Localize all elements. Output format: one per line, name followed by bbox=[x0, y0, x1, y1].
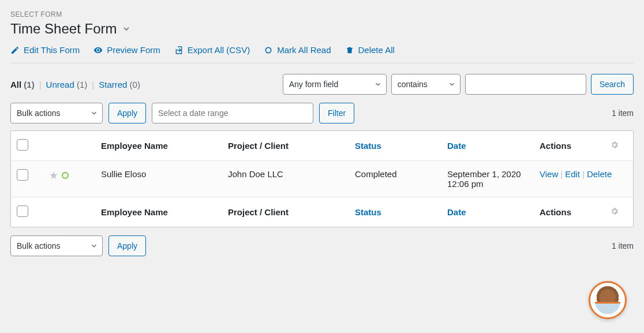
subsub-nav: All (1) | Unread (1) | Starred (0) bbox=[10, 80, 140, 89]
mark-all-read-label: Mark All Read bbox=[277, 45, 331, 55]
view-link[interactable]: View bbox=[540, 169, 558, 179]
trash-icon bbox=[345, 46, 354, 55]
col-status[interactable]: Status bbox=[355, 207, 447, 217]
subsub-unread[interactable]: Unread (1) bbox=[46, 80, 88, 89]
chevron-down-icon bbox=[122, 24, 131, 33]
export-all-link[interactable]: Export All (CSV) bbox=[174, 45, 250, 55]
preview-form-link[interactable]: Preview Form bbox=[93, 45, 160, 55]
row-actions: View|Edit|Delete bbox=[540, 169, 612, 179]
form-title-dropdown[interactable]: Time Sheet Form bbox=[10, 21, 634, 37]
gear-icon[interactable] bbox=[610, 140, 627, 151]
delete-link[interactable]: Delete bbox=[587, 169, 612, 179]
select-all-checkbox-bottom[interactable] bbox=[17, 205, 28, 217]
apply-button-top[interactable]: Apply bbox=[108, 103, 146, 124]
date-range-input[interactable] bbox=[152, 103, 313, 124]
entries-table: Employee Name Project / Client Status Da… bbox=[10, 130, 634, 227]
row-checkbox[interactable] bbox=[17, 169, 28, 181]
field-select[interactable]: Any form field bbox=[283, 74, 387, 95]
item-count-top: 1 item bbox=[612, 108, 634, 118]
gear-icon[interactable] bbox=[610, 207, 627, 218]
filter-row-1: All (1) | Unread (1) | Starred (0) Any f… bbox=[10, 74, 634, 95]
filter-button[interactable]: Filter bbox=[319, 103, 354, 124]
star-icon[interactable]: ★ bbox=[49, 169, 58, 182]
table-footer: Employee Name Project / Client Status Da… bbox=[11, 197, 633, 227]
edit-form-link[interactable]: Edit This Form bbox=[10, 45, 80, 55]
select-form-label: SELECT FORM bbox=[10, 10, 634, 18]
col-actions: Actions bbox=[540, 141, 610, 151]
mark-all-read-link[interactable]: Mark All Read bbox=[264, 45, 331, 55]
col-date[interactable]: Date bbox=[447, 207, 540, 217]
export-all-label: Export All (CSV) bbox=[188, 45, 250, 55]
row-indicators: ★ bbox=[49, 169, 101, 182]
eye-icon bbox=[93, 46, 103, 55]
export-icon bbox=[174, 46, 184, 55]
operator-select[interactable]: contains bbox=[391, 74, 460, 95]
form-actions-bar: Edit This Form Preview Form Export All (… bbox=[10, 45, 634, 63]
search-value-input[interactable] bbox=[465, 74, 586, 95]
circle-icon bbox=[264, 46, 273, 55]
bulk-row-bottom: Bulk actions Apply 1 item bbox=[10, 235, 634, 256]
cell-date: September 1, 2020 12:06 pm bbox=[447, 169, 540, 189]
col-date[interactable]: Date bbox=[447, 141, 540, 151]
col-project: Project / Client bbox=[228, 141, 355, 151]
edit-form-label: Edit This Form bbox=[24, 45, 80, 55]
item-count-bottom: 1 item bbox=[612, 241, 634, 250]
svg-point-0 bbox=[265, 47, 271, 53]
delete-all-label: Delete All bbox=[358, 45, 395, 55]
col-employee: Employee Name bbox=[101, 207, 228, 217]
delete-all-link[interactable]: Delete All bbox=[345, 45, 395, 55]
apply-button-bottom[interactable]: Apply bbox=[108, 235, 146, 256]
cell-status: Completed bbox=[355, 169, 447, 179]
filter-row-2: Bulk actions Apply Filter 1 item bbox=[10, 103, 634, 124]
col-status[interactable]: Status bbox=[355, 141, 447, 151]
select-all-checkbox[interactable] bbox=[17, 139, 28, 151]
subsub-starred[interactable]: Starred (0) bbox=[99, 80, 140, 89]
search-button[interactable]: Search bbox=[591, 74, 634, 95]
col-project: Project / Client bbox=[228, 207, 355, 217]
page-title: Time Sheet Form bbox=[10, 21, 117, 37]
cell-project: John Doe LLC bbox=[228, 169, 355, 179]
cell-employee: Sullie Eloso bbox=[101, 169, 228, 179]
col-employee: Employee Name bbox=[101, 141, 228, 151]
bulk-actions-bottom[interactable]: Bulk actions bbox=[10, 235, 103, 256]
preview-form-label: Preview Form bbox=[107, 45, 160, 55]
col-actions: Actions bbox=[540, 207, 610, 217]
table-row: ★ Sullie Eloso John Doe LLC Completed Se… bbox=[11, 161, 633, 197]
bulk-actions-top[interactable]: Bulk actions bbox=[10, 103, 103, 124]
table-header: Employee Name Project / Client Status Da… bbox=[11, 131, 633, 161]
edit-link[interactable]: Edit bbox=[565, 169, 580, 179]
unread-indicator-icon[interactable] bbox=[62, 172, 69, 179]
subsub-all[interactable]: All (1) bbox=[10, 80, 35, 89]
pencil-icon bbox=[10, 46, 20, 55]
